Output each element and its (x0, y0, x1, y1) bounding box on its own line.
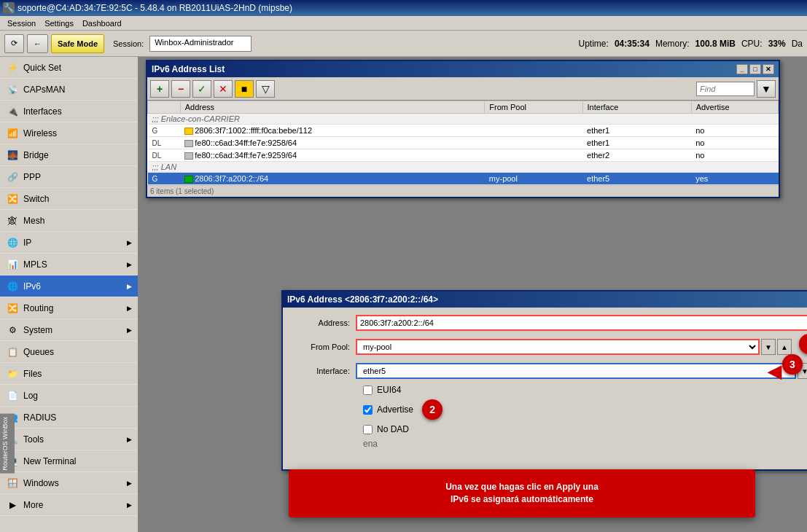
back-button[interactable]: ⟳ (4, 34, 24, 53)
menu-settings[interactable]: Settings (40, 17, 78, 29)
row-pool-2 (485, 137, 582, 149)
routeros-label: RouterOS WinBox (0, 414, 15, 474)
sidebar-item-system[interactable]: ⚙ System ▶ (0, 319, 138, 341)
advertise-checkbox[interactable] (363, 405, 373, 415)
banner-line1: Una vez que hagas clic en Apply una (303, 481, 741, 493)
title-text: soporte@C4:AD:34:7E:92:5C - 5.48.4 on RB… (17, 3, 292, 13)
sidebar-item-mpls[interactable]: 📊 MPLS ▶ (0, 254, 138, 275)
sidebar-item-radius[interactable]: 👥 RADIUS (0, 407, 138, 429)
sidebar-item-wireless[interactable]: 📶 Wireless (0, 122, 138, 144)
annotation-3: 3 (782, 354, 803, 375)
sidebar-item-new-terminal[interactable]: 💻 New Terminal (0, 450, 138, 472)
queues-icon: 📋 (6, 345, 19, 359)
uptime-label: Uptime: (579, 39, 609, 49)
flag-icon-4 (184, 176, 193, 183)
windows-icon: 🪟 (6, 477, 19, 490)
sidebar-item-log[interactable]: 📄 Log (0, 385, 138, 407)
sidebar-item-files[interactable]: 📁 Files (0, 363, 138, 385)
sidebar-item-queues[interactable]: 📋 Queues (0, 341, 138, 363)
menu-dashboard[interactable]: Dashboard (78, 17, 126, 29)
sidebar-item-capsman[interactable]: 📡 CAPsMAN (0, 79, 138, 101)
col-address[interactable]: Address (180, 101, 485, 114)
maximize-button[interactable]: □ (749, 64, 761, 74)
sidebar-item-interfaces[interactable]: 🔌 Interfaces (0, 101, 138, 122)
disable-button[interactable]: ✕ (214, 80, 233, 98)
close-button[interactable]: ✕ (763, 64, 774, 74)
memory-value: 100.8 MiB (695, 39, 736, 49)
minimize-button[interactable]: _ (736, 64, 748, 74)
menu-session[interactable]: Session (3, 17, 40, 29)
dialog-form: Address: From Pool: my-pool ▼ ▲ (283, 308, 807, 469)
sidebar-label-files: Files (23, 369, 42, 379)
col-advertise[interactable]: Advertise (691, 101, 778, 114)
eui64-checkbox[interactable] (363, 386, 373, 395)
advertise-label: Advertise (377, 404, 413, 415)
interface-row: Interface: ether5 ▼ (290, 363, 807, 379)
bridge-icon: 🌉 (6, 149, 19, 162)
mpls-icon: 📊 (6, 258, 19, 271)
address-label: Address: (290, 318, 356, 327)
sidebar-label-ipv6: IPv6 (23, 281, 41, 292)
list-toolbar: + − ✓ ✕ ■ ▽ ▼ (147, 77, 779, 101)
group-carrier: ;;; Enlace-con-CARRIER (148, 114, 779, 125)
sidebar-item-windows[interactable]: 🪟 Windows ▶ (0, 472, 138, 494)
row-iface-4: ether5 (582, 173, 691, 185)
table-row[interactable]: DL fe80::c6ad:34ff:fe7e:9259/64 ether2 n… (148, 149, 779, 162)
find-input[interactable] (696, 82, 755, 96)
sidebar-label-more: More (23, 500, 43, 510)
sidebar-item-routing[interactable]: 🔀 Routing ▶ (0, 297, 138, 319)
filter-button[interactable]: ▽ (256, 80, 275, 98)
remove-button[interactable]: − (171, 80, 190, 98)
sidebar-label-system: System (23, 325, 52, 335)
table-row[interactable]: G 2806:3f7:1002::ffff:f0ca:bebe/112 ethe… (148, 125, 779, 137)
dropdown-button[interactable]: ▼ (757, 80, 776, 98)
capsman-icon: 📡 (6, 83, 19, 96)
safe-mode-button[interactable]: Safe Mode (51, 34, 104, 53)
col-type[interactable] (148, 101, 181, 114)
ip-icon: 🌐 (6, 236, 19, 249)
ipv6-list-titlebar[interactable]: IPv6 Address List _ □ ✕ (147, 61, 779, 77)
enable-button[interactable]: ✓ (192, 80, 211, 98)
sidebar-label-ip: IP (23, 238, 31, 248)
files-icon: 📁 (6, 367, 19, 380)
table-row-selected[interactable]: G 2806:3f7:a200:2::/64 my-pool ether5 ye… (148, 173, 779, 185)
menu-bar: Session Settings Dashboard (0, 16, 807, 31)
row-type-4: G (148, 173, 181, 185)
from-pool-up-btn[interactable]: ▲ (777, 339, 792, 355)
switch-icon: 🔀 (6, 192, 19, 206)
col-from-pool[interactable]: From Pool (485, 101, 582, 114)
sidebar-item-ip[interactable]: 🌐 IP ▶ (0, 232, 138, 254)
sidebar-label-queues: Queues (23, 347, 54, 357)
row-adv-4: yes (691, 173, 778, 185)
settings-button[interactable]: ■ (235, 80, 254, 98)
sidebar-item-quick-set[interactable]: ⚡ Quick Set (0, 57, 138, 79)
cpu-label: CPU: (741, 39, 763, 49)
row-adv-2: no (691, 137, 778, 149)
eui64-label: EUI64 (377, 385, 401, 395)
interface-select[interactable]: ether5 (356, 363, 796, 379)
content-area: IPv6 Address List _ □ ✕ + − ✓ ✕ ■ ▽ ▼ (139, 57, 807, 532)
row-iface-3: ether2 (582, 149, 691, 162)
sidebar-item-tools[interactable]: 🔧 Tools ▶ (0, 429, 138, 450)
sidebar-item-ipv6[interactable]: 🌐 IPv6 ▶ (0, 275, 138, 297)
table-row[interactable]: DL fe80::c6ad:34ff:fe7e:9258/64 ether1 n… (148, 137, 779, 149)
sidebar-item-mesh[interactable]: 🕸 Mesh (0, 210, 138, 232)
sidebar-item-more[interactable]: ▶ More ▶ (0, 494, 138, 516)
memory-label: Memory: (655, 39, 690, 49)
ipv6-dialog-titlebar[interactable]: IPv6 Address <2806:3f7:a200:2::/64> _ ✕ (283, 292, 807, 308)
no-dad-checkbox[interactable] (363, 425, 373, 434)
col-interface[interactable]: Interface (582, 101, 691, 114)
from-pool-select[interactable]: my-pool (356, 339, 760, 355)
from-pool-dropdown-btn[interactable]: ▼ (761, 339, 776, 355)
sidebar-label-switch: Switch (23, 194, 49, 204)
sidebar-item-ppp[interactable]: 🔗 PPP (0, 166, 138, 188)
no-dad-label: No DAD (377, 424, 409, 434)
address-input[interactable] (356, 315, 807, 331)
add-button[interactable]: + (150, 80, 169, 98)
forward-button[interactable]: ← (27, 34, 48, 53)
session-selector[interactable]: Winbox-Administrador (149, 36, 252, 52)
row-pool-3 (485, 149, 582, 162)
sidebar-item-switch[interactable]: 🔀 Switch (0, 188, 138, 210)
sidebar-label-windows: Windows (23, 478, 59, 488)
sidebar-item-bridge[interactable]: 🌉 Bridge (0, 144, 138, 166)
